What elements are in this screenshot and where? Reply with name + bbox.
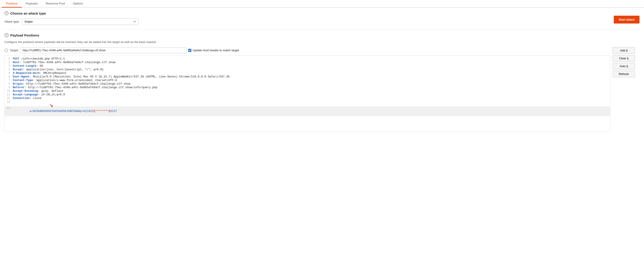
tab-options[interactable]: Options — [69, 0, 87, 7]
table-row: 10 Accept-Encoding: gzip, deflate — [5, 89, 610, 93]
add-button[interactable]: Add § — [613, 47, 635, 54]
attack-type-select[interactable]: Sniper Battering ram Pitchfork Cluster b… — [22, 18, 138, 25]
table-row: 3 Content-Length: 50 — [5, 64, 610, 68]
tab-payloads[interactable]: Payloads — [22, 0, 42, 7]
tab-bar: Positions Payloads Resource Pool Options — [0, 0, 644, 7]
payload-positions-title: Payload Positions — [10, 33, 39, 37]
auto-button[interactable]: Auto § — [613, 63, 635, 69]
attack-type-label: Attack type: — [4, 20, 20, 23]
tab-resource-pool[interactable]: Resource Pool — [42, 0, 69, 7]
start-attack-button[interactable]: Start attack — [614, 16, 640, 23]
table-row: 9 Referer: http://7cd8ff01-75ec-4348-a4f… — [5, 86, 610, 89]
checkbox-row: Update Host header to match target — [188, 49, 239, 52]
target-label: Target: — [10, 49, 19, 52]
table-row: 4 Accept: application/json, text/javascr… — [5, 68, 610, 71]
refresh-button[interactable]: Refresh — [613, 71, 635, 77]
tab-positions[interactable]: Positions — [2, 0, 22, 7]
attack-type-section-header: ? Choose an attack type — [4, 11, 640, 15]
update-host-checkbox[interactable] — [188, 49, 191, 52]
right-buttons: Add § Clear § Auto § Refresh — [613, 47, 635, 77]
update-host-label: Update Host header to match target — [193, 49, 239, 52]
request-editor[interactable]: 1 POST /info/checkdb.php HTTP/1.1 2 Host… — [4, 55, 610, 132]
table-row: 7 Content-Type: application/x-www-form-u… — [5, 79, 610, 82]
table-row: 11 Accept-Language: zh-CN,zh;q=0.9 — [5, 93, 610, 96]
positions-wrapper: Target: Update Host header to match targ… — [4, 47, 640, 132]
payload-positions-section-header: ? Payload Positions — [4, 33, 640, 37]
attack-type-title: Choose an attack type — [10, 11, 46, 15]
attack-type-help-icon[interactable]: ? — [4, 11, 8, 15]
payload-positions-help-icon[interactable]: ? — [4, 33, 8, 37]
target-input[interactable] — [20, 47, 186, 53]
payload-positions-description: Configure the positions where payloads w… — [4, 40, 640, 44]
table-row: 5 X-Requested-With: XMLHttpRequest — [5, 71, 610, 75]
table-row: 2 Host: 7cd8ff01-75ec-4348-a4fc-9e865af4… — [5, 61, 610, 64]
table-row: 8 Origin: http://7cd8ff01-75ec-4348-a4fc… — [5, 82, 610, 86]
table-row: 13 ↘ — [5, 100, 610, 106]
table-row: 6 User-Agent: Mozilla/5.0 (Macintosh; In… — [5, 75, 610, 79]
target-row: Target: Update Host header to match targ… — [4, 47, 640, 53]
table-row: 14 a=%E9%AB%98%E5%85%88%E4%BC%8A&p=62102… — [5, 106, 610, 116]
target-icon — [4, 49, 8, 52]
section-divider — [4, 29, 640, 29]
table-row: 12 Connection: close — [5, 96, 610, 100]
attack-type-row: Attack type: Sniper Battering ram Pitchf… — [4, 18, 640, 25]
table-row: 1 POST /info/checkdb.php HTTP/1.1 — [5, 57, 610, 61]
clear-button[interactable]: Clear § — [613, 55, 635, 62]
